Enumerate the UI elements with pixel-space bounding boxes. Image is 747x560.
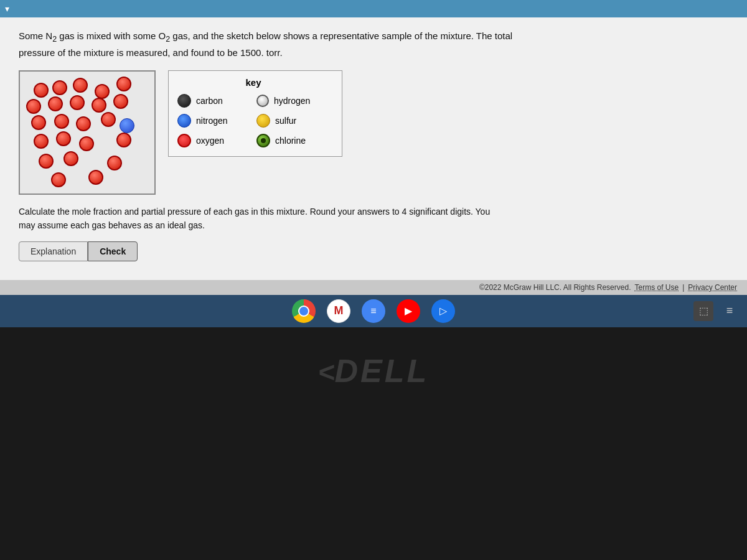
molecule-particle [34, 83, 49, 98]
molecule-particle [76, 116, 91, 131]
key-item-nitrogen: nitrogen [177, 114, 250, 128]
explanation-button[interactable]: Explanation [19, 241, 88, 261]
sulfur-label: sulfur [275, 116, 296, 126]
molecule-particle [31, 115, 46, 130]
molecule-particle [116, 77, 131, 91]
molecule-particle [92, 98, 106, 113]
molecule-particle [107, 156, 122, 170]
carbon-atom-icon [177, 94, 191, 108]
privacy-center-link[interactable]: Privacy Center [688, 283, 737, 292]
taskbar-wrap: M ≡ ▶ ▷ ⬚ ≡ [0, 295, 747, 327]
molecule-particle [56, 131, 71, 146]
molecule-particle [34, 134, 49, 149]
play-icon[interactable]: ▷ [431, 299, 455, 323]
molecule-particle [39, 154, 54, 169]
molecule-box [19, 70, 156, 195]
key-item-chlorine: chlorine [256, 134, 329, 147]
molecule-particle [101, 112, 116, 127]
copyright-text: ©2022 McGraw Hill LLC. All Rights Reserv… [479, 283, 631, 292]
problem-statement: Some N2 gas is mixed with some O2 gas, a… [19, 29, 728, 60]
molecule-particle [95, 84, 110, 99]
chlorine-atom-icon [256, 134, 270, 147]
dell-section: DELL [0, 327, 747, 408]
oxygen-label: oxygen [196, 136, 224, 146]
footer-bar: ©2022 McGraw Hill LLC. All Rights Reserv… [0, 280, 747, 295]
sulfur-atom-icon [256, 114, 270, 128]
chevron-down-icon[interactable]: ▾ [5, 4, 9, 14]
key-item-oxygen: oxygen [177, 134, 250, 147]
key-title: key [177, 77, 329, 88]
molecule-particle [113, 94, 128, 109]
main-content: Some N2 gas is mixed with some O2 gas, a… [0, 17, 747, 280]
taskbar-right-icons: ⬚ ≡ [693, 301, 738, 321]
chlorine-label: chlorine [275, 136, 306, 146]
top-bar: ▾ [0, 0, 747, 17]
chrome-icon[interactable] [292, 299, 316, 323]
taskbar: M ≡ ▶ ▷ ⬚ ≡ [0, 295, 747, 327]
molecule-particle [54, 114, 69, 129]
menu-icon[interactable]: ≡ [721, 302, 738, 320]
key-item-sulfur: sulfur [256, 114, 329, 128]
gmail-icon[interactable]: M [327, 299, 350, 323]
diagram-row: key carbon hydrogen nitrogen [19, 70, 728, 195]
key-item-carbon: carbon [177, 94, 250, 108]
files-icon[interactable]: ≡ [362, 299, 385, 323]
key-item-hydrogen: hydrogen [256, 94, 329, 108]
hydrogen-label: hydrogen [274, 96, 310, 106]
molecule-particle [63, 151, 78, 166]
molecule-particle [79, 136, 94, 151]
molecule-particle [26, 99, 41, 114]
key-grid: carbon hydrogen nitrogen sulfur [177, 94, 329, 147]
molecule-particle-nitrogen [120, 118, 134, 133]
buttons-row: Explanation Check [19, 241, 728, 261]
dell-logo: DELL [318, 352, 430, 390]
terms-of-use-link[interactable]: Terms of Use [634, 283, 679, 292]
molecule-particle [116, 133, 131, 147]
oxygen-atom-icon [177, 134, 191, 147]
molecule-particle [70, 95, 85, 110]
molecule-particle [51, 172, 66, 187]
footer-separator: | [682, 283, 684, 292]
o2-subscript: 2 [166, 35, 170, 44]
molecule-particle [73, 78, 88, 93]
youtube-icon[interactable]: ▶ [397, 299, 420, 323]
instructions-text: Calculate the mole fraction and partial … [19, 205, 728, 233]
key-box: key carbon hydrogen nitrogen [168, 70, 342, 157]
n2-subscript: 2 [52, 35, 57, 44]
molecule-particle [48, 96, 63, 111]
screen-icon[interactable]: ⬚ [693, 301, 713, 321]
nitrogen-label: nitrogen [196, 116, 228, 126]
hydrogen-atom-icon [256, 95, 269, 107]
nitrogen-atom-icon [177, 114, 191, 128]
carbon-label: carbon [196, 96, 223, 106]
check-button[interactable]: Check [88, 241, 138, 261]
molecule-particle [88, 170, 103, 185]
molecule-particle [52, 80, 67, 95]
